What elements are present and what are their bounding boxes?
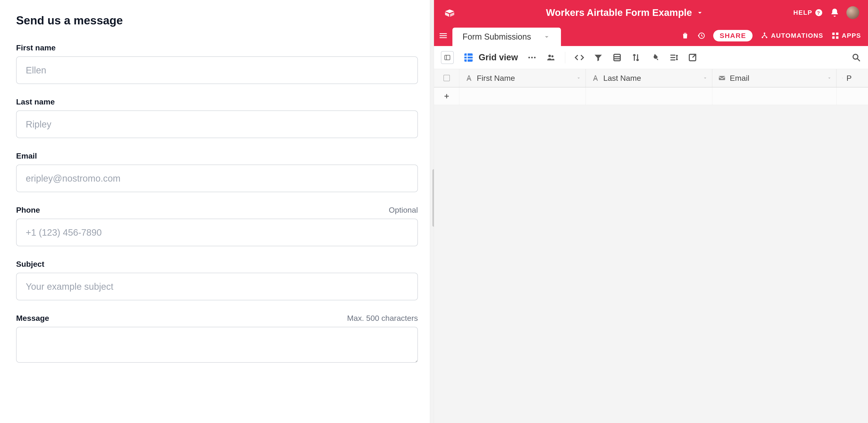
airtable-pane: Workers Airtable Form Example HELP ? For…: [434, 0, 868, 423]
row-height-icon[interactable]: [669, 53, 679, 62]
history-icon[interactable]: [697, 32, 705, 40]
svg-point-28: [853, 54, 858, 59]
svg-rect-10: [445, 55, 450, 60]
chevron-down-icon[interactable]: [576, 75, 582, 81]
notifications-icon[interactable]: [830, 8, 839, 18]
message-label: Message: [16, 314, 49, 323]
phone-field-icon: [842, 74, 843, 82]
text-field-icon: [591, 74, 599, 82]
last-name-group: Last name: [16, 97, 418, 138]
table-row[interactable]: [459, 87, 868, 105]
email-label: Email: [16, 151, 37, 160]
code-icon[interactable]: [575, 53, 584, 62]
message-group: Message Max. 500 characters: [16, 314, 418, 364]
svg-rect-6: [832, 33, 835, 35]
airtable-tabs-row: Form Submissions SHARE AUTOMATIONS APPS: [434, 25, 868, 46]
column-phone[interactable]: P: [836, 69, 857, 87]
automations-icon: [761, 32, 769, 40]
svg-line-29: [858, 59, 860, 61]
airtable-logo-icon[interactable]: [443, 6, 457, 20]
phone-hint: Optional: [389, 206, 418, 214]
first-name-group: First name: [16, 43, 418, 84]
column-last-name[interactable]: Last Name: [586, 69, 712, 87]
form-pane: Send us a message First name Last name E…: [0, 0, 434, 423]
svg-point-3: [764, 32, 766, 34]
chevron-down-icon[interactable]: [696, 8, 704, 17]
last-name-label: Last name: [16, 97, 55, 106]
share-button[interactable]: SHARE: [713, 30, 752, 41]
form-title: Send us a message: [16, 14, 418, 27]
column-label: P: [846, 73, 852, 83]
subject-label: Subject: [16, 260, 44, 269]
view-label: Grid view: [478, 53, 518, 62]
help-label: HELP: [793, 9, 812, 16]
help-button[interactable]: HELP ?: [793, 8, 823, 17]
help-icon: ?: [815, 8, 823, 17]
column-email[interactable]: Email: [712, 69, 836, 87]
share-view-icon[interactable]: [688, 53, 698, 62]
chevron-down-icon[interactable]: [542, 33, 551, 41]
grid-view-icon: [463, 52, 474, 63]
phone-label: Phone: [16, 206, 40, 214]
chevron-down-icon[interactable]: [703, 75, 708, 81]
last-name-input[interactable]: [16, 111, 418, 138]
add-row-button[interactable]: [434, 87, 459, 105]
table-menu-button[interactable]: [434, 25, 453, 46]
phone-input[interactable]: [16, 219, 418, 246]
color-icon[interactable]: [650, 53, 660, 62]
grid-body: [434, 87, 868, 423]
base-title[interactable]: Workers Airtable Form Example: [546, 7, 692, 18]
collaborators-icon[interactable]: [546, 53, 556, 62]
tab-form-submissions[interactable]: Form Submissions: [453, 28, 561, 46]
subject-input[interactable]: [16, 273, 418, 300]
grid-empty-area: [434, 105, 868, 423]
select-all-checkbox[interactable]: [443, 75, 450, 81]
user-avatar[interactable]: [846, 6, 859, 19]
select-all-cell[interactable]: [434, 69, 459, 87]
view-toolbar: Grid view: [434, 46, 868, 69]
svg-text:?: ?: [817, 10, 820, 16]
email-group: Email: [16, 151, 418, 192]
sort-icon[interactable]: [631, 53, 641, 62]
message-textarea[interactable]: [16, 327, 418, 363]
svg-rect-30: [719, 76, 725, 80]
email-field-icon: [718, 74, 726, 82]
automations-button[interactable]: AUTOMATIONS: [761, 32, 824, 40]
svg-point-18: [534, 57, 536, 58]
tab-label: Form Submissions: [463, 32, 531, 42]
trash-icon[interactable]: [681, 32, 689, 40]
svg-point-17: [531, 57, 533, 58]
svg-rect-9: [836, 36, 839, 39]
column-label: Email: [730, 73, 749, 83]
apps-button[interactable]: APPS: [831, 32, 861, 40]
plus-icon: [443, 93, 450, 99]
svg-rect-7: [836, 33, 839, 35]
svg-rect-8: [832, 36, 835, 39]
group-icon[interactable]: [612, 53, 622, 62]
column-first-name[interactable]: First Name: [459, 69, 586, 87]
column-label: First Name: [477, 73, 515, 83]
filter-icon[interactable]: [593, 53, 603, 62]
pane-divider-handle[interactable]: [430, 0, 434, 423]
chevron-down-icon[interactable]: [827, 75, 832, 81]
message-hint: Max. 500 characters: [347, 314, 418, 323]
grid-header: First Name Last Name Email P: [434, 69, 868, 87]
view-switcher[interactable]: Grid view: [463, 52, 518, 63]
column-label: Last Name: [603, 73, 641, 83]
airtable-header: Workers Airtable Form Example HELP ?: [434, 0, 868, 25]
svg-point-16: [528, 57, 530, 58]
first-name-input[interactable]: [16, 56, 418, 84]
svg-point-20: [552, 55, 554, 57]
email-input[interactable]: [16, 164, 418, 192]
subject-group: Subject: [16, 260, 418, 300]
apps-icon: [831, 32, 839, 40]
first-name-label: First name: [16, 43, 56, 52]
search-icon[interactable]: [851, 53, 861, 62]
text-field-icon: [465, 74, 473, 82]
svg-rect-21: [614, 54, 620, 61]
view-sidebar-toggle[interactable]: [441, 51, 454, 64]
more-icon[interactable]: [527, 53, 537, 62]
svg-point-19: [548, 55, 551, 57]
svg-rect-12: [464, 53, 473, 62]
phone-group: Phone Optional: [16, 206, 418, 246]
